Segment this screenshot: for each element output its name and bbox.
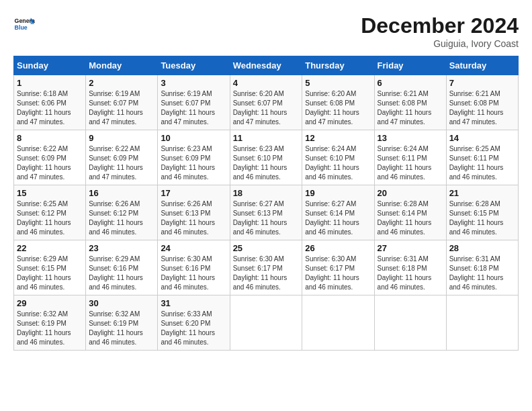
month-title: December 2024: [361, 13, 519, 38]
calendar-week-row: 15 Sunrise: 6:25 AMSunset: 6:12 PMDaylig…: [14, 185, 519, 240]
day-number: 29: [17, 298, 83, 308]
day-number: 6: [378, 78, 443, 88]
day-info: Sunrise: 6:22 AMSunset: 6:09 PMDaylight:…: [89, 145, 143, 181]
calendar-cell: 9 Sunrise: 6:22 AMSunset: 6:09 PMDayligh…: [86, 130, 158, 185]
day-info: Sunrise: 6:21 AMSunset: 6:08 PMDaylight:…: [449, 90, 504, 126]
day-info: Sunrise: 6:19 AMSunset: 6:07 PMDaylight:…: [161, 90, 215, 126]
day-number: 19: [305, 188, 371, 198]
day-number: 28: [449, 243, 515, 253]
day-info: Sunrise: 6:23 AMSunset: 6:10 PMDaylight:…: [233, 145, 287, 181]
title-area: December 2024 Guiguia, Ivory Coast: [361, 13, 519, 49]
calendar-cell: 19 Sunrise: 6:27 AMSunset: 6:14 PMDaylig…: [302, 185, 374, 240]
calendar-cell: 28 Sunrise: 6:31 AMSunset: 6:18 PMDaylig…: [446, 240, 518, 295]
calendar-cell: 8 Sunrise: 6:22 AMSunset: 6:09 PMDayligh…: [14, 130, 86, 185]
day-info: Sunrise: 6:31 AMSunset: 6:18 PMDaylight:…: [378, 255, 432, 291]
weekday-header-row: SundayMondayTuesdayWednesdayThursdayFrid…: [14, 56, 519, 75]
day-number: 12: [305, 133, 371, 143]
day-number: 21: [449, 188, 515, 198]
calendar-cell: 18 Sunrise: 6:27 AMSunset: 6:13 PMDaylig…: [230, 185, 302, 240]
calendar-cell: [302, 295, 374, 351]
day-number: 15: [17, 188, 83, 198]
weekday-header-sunday: Sunday: [14, 56, 86, 75]
calendar-cell: 25 Sunrise: 6:30 AMSunset: 6:17 PMDaylig…: [230, 240, 302, 295]
day-number: 7: [449, 78, 515, 88]
calendar-cell: 30 Sunrise: 6:32 AMSunset: 6:19 PMDaylig…: [86, 295, 158, 351]
calendar-week-row: 8 Sunrise: 6:22 AMSunset: 6:09 PMDayligh…: [14, 130, 519, 185]
day-number: 1: [17, 78, 83, 88]
calendar-cell: [446, 295, 518, 351]
day-number: 24: [161, 243, 226, 253]
day-info: Sunrise: 6:20 AMSunset: 6:07 PMDaylight:…: [233, 90, 287, 126]
svg-text:Blue: Blue: [15, 24, 28, 31]
calendar-cell: 14 Sunrise: 6:25 AMSunset: 6:11 PMDaylig…: [446, 130, 518, 185]
day-number: 9: [89, 133, 154, 143]
day-number: 16: [89, 188, 154, 198]
day-info: Sunrise: 6:26 AMSunset: 6:13 PMDaylight:…: [161, 200, 215, 236]
day-info: Sunrise: 6:30 AMSunset: 6:16 PMDaylight:…: [161, 255, 215, 291]
calendar-cell: 2 Sunrise: 6:19 AMSunset: 6:07 PMDayligh…: [86, 75, 158, 130]
logo-icon: General Blue: [13, 13, 35, 35]
calendar-cell: 26 Sunrise: 6:30 AMSunset: 6:17 PMDaylig…: [302, 240, 374, 295]
calendar-cell: 29 Sunrise: 6:32 AMSunset: 6:19 PMDaylig…: [14, 295, 86, 351]
day-info: Sunrise: 6:25 AMSunset: 6:12 PMDaylight:…: [17, 200, 71, 236]
day-info: Sunrise: 6:31 AMSunset: 6:18 PMDaylight:…: [449, 255, 504, 291]
day-number: 11: [233, 133, 300, 143]
day-number: 26: [305, 243, 371, 253]
day-info: Sunrise: 6:23 AMSunset: 6:09 PMDaylight:…: [161, 145, 215, 181]
day-info: Sunrise: 6:24 AMSunset: 6:10 PMDaylight:…: [305, 145, 359, 181]
calendar-cell: 22 Sunrise: 6:29 AMSunset: 6:15 PMDaylig…: [14, 240, 86, 295]
day-info: Sunrise: 6:29 AMSunset: 6:16 PMDaylight:…: [89, 255, 143, 291]
day-number: 13: [378, 133, 443, 143]
calendar-cell: 23 Sunrise: 6:29 AMSunset: 6:16 PMDaylig…: [86, 240, 158, 295]
day-number: 25: [233, 243, 300, 253]
weekday-header-wednesday: Wednesday: [230, 56, 302, 75]
calendar-cell: [374, 295, 446, 351]
day-number: 17: [161, 188, 226, 198]
day-number: 3: [161, 78, 226, 88]
day-info: Sunrise: 6:20 AMSunset: 6:08 PMDaylight:…: [305, 90, 359, 126]
day-number: 5: [305, 78, 371, 88]
day-info: Sunrise: 6:28 AMSunset: 6:14 PMDaylight:…: [378, 200, 432, 236]
calendar-cell: 7 Sunrise: 6:21 AMSunset: 6:08 PMDayligh…: [446, 75, 518, 130]
day-info: Sunrise: 6:32 AMSunset: 6:19 PMDaylight:…: [17, 310, 71, 346]
calendar-table: SundayMondayTuesdayWednesdayThursdayFrid…: [13, 56, 519, 351]
day-number: 14: [449, 133, 515, 143]
calendar-cell: 4 Sunrise: 6:20 AMSunset: 6:07 PMDayligh…: [230, 75, 302, 130]
day-info: Sunrise: 6:27 AMSunset: 6:14 PMDaylight:…: [305, 200, 359, 236]
calendar-cell: 16 Sunrise: 6:26 AMSunset: 6:12 PMDaylig…: [86, 185, 158, 240]
calendar-cell: 3 Sunrise: 6:19 AMSunset: 6:07 PMDayligh…: [158, 75, 230, 130]
calendar-cell: 15 Sunrise: 6:25 AMSunset: 6:12 PMDaylig…: [14, 185, 86, 240]
calendar-cell: 12 Sunrise: 6:24 AMSunset: 6:10 PMDaylig…: [302, 130, 374, 185]
day-info: Sunrise: 6:33 AMSunset: 6:20 PMDaylight:…: [161, 310, 215, 346]
calendar-cell: 21 Sunrise: 6:28 AMSunset: 6:15 PMDaylig…: [446, 185, 518, 240]
day-info: Sunrise: 6:19 AMSunset: 6:07 PMDaylight:…: [89, 90, 143, 126]
day-number: 8: [17, 133, 83, 143]
day-info: Sunrise: 6:21 AMSunset: 6:08 PMDaylight:…: [378, 90, 432, 126]
calendar-cell: 1 Sunrise: 6:18 AMSunset: 6:06 PMDayligh…: [14, 75, 86, 130]
logo: General Blue: [13, 13, 35, 35]
calendar-cell: 20 Sunrise: 6:28 AMSunset: 6:14 PMDaylig…: [374, 185, 446, 240]
day-number: 10: [161, 133, 226, 143]
day-number: 4: [233, 78, 300, 88]
calendar-cell: 5 Sunrise: 6:20 AMSunset: 6:08 PMDayligh…: [302, 75, 374, 130]
day-number: 31: [161, 298, 226, 308]
day-number: 27: [378, 243, 443, 253]
calendar-cell: 13 Sunrise: 6:24 AMSunset: 6:11 PMDaylig…: [374, 130, 446, 185]
day-number: 23: [89, 243, 154, 253]
day-info: Sunrise: 6:18 AMSunset: 6:06 PMDaylight:…: [17, 90, 71, 126]
day-number: 30: [89, 298, 154, 308]
day-info: Sunrise: 6:29 AMSunset: 6:15 PMDaylight:…: [17, 255, 71, 291]
day-info: Sunrise: 6:30 AMSunset: 6:17 PMDaylight:…: [233, 255, 287, 291]
day-info: Sunrise: 6:32 AMSunset: 6:19 PMDaylight:…: [89, 310, 143, 346]
day-number: 18: [233, 188, 300, 198]
calendar-cell: 31 Sunrise: 6:33 AMSunset: 6:20 PMDaylig…: [158, 295, 230, 351]
page-header: General Blue December 2024 Guiguia, Ivor…: [13, 13, 519, 49]
day-info: Sunrise: 6:28 AMSunset: 6:15 PMDaylight:…: [449, 200, 504, 236]
day-info: Sunrise: 6:25 AMSunset: 6:11 PMDaylight:…: [449, 145, 504, 181]
location-title: Guiguia, Ivory Coast: [361, 38, 519, 49]
day-info: Sunrise: 6:22 AMSunset: 6:09 PMDaylight:…: [17, 145, 71, 181]
day-number: 22: [17, 243, 83, 253]
calendar-week-row: 1 Sunrise: 6:18 AMSunset: 6:06 PMDayligh…: [14, 75, 519, 130]
weekday-header-tuesday: Tuesday: [158, 56, 230, 75]
weekday-header-monday: Monday: [86, 56, 158, 75]
